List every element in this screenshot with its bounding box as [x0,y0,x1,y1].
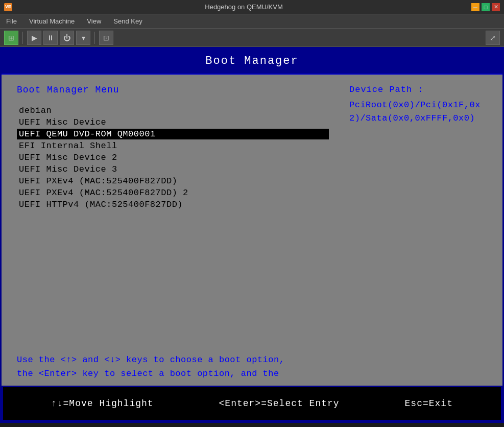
menu-send-key[interactable]: Send Key [111,16,144,26]
display-button[interactable]: ⊞ [4,31,18,45]
title-bar: vm Hedgehog on QEMU/KVM ─ □ ✕ [0,0,504,14]
window-controls: ─ □ ✕ [471,3,500,11]
boot-menu: debian UEFI Misc Device UEFI QEMU DVD-RO… [17,105,329,210]
boot-item-httpv4[interactable]: UEFI HTTPv4 (MAC:525400F827DD) [17,199,329,210]
app-icon: vm [4,3,12,11]
start-button[interactable]: ▶ [27,31,41,45]
uefi-left-panel: Boot Manager Menu debian UEFI Misc Devic… [17,85,329,338]
device-path-value: PciRoot(0x0)/Pci(0x1F,0x2)/Sata(0x0,0xFF… [349,99,487,125]
boot-item-pxev4-1[interactable]: UEFI PXEv4 (MAC:525400F827DD) [17,176,329,186]
boot-item-dvd-rom[interactable]: UEFI QEMU DVD-ROM QM00001 [17,129,329,139]
uefi-footer: ↑↓=Move Highlight <Enter>=Select Entry E… [2,386,502,421]
boot-item-debian[interactable]: debian [17,105,329,116]
uefi-right-panel: Device Path : PciRoot(0x0)/Pci(0x1F,0x2)… [339,85,487,338]
footer-select: <Enter>=Select Entry [219,398,340,409]
uefi-screen: Boot Manager Boot Manager Menu debian UE… [2,49,502,421]
boot-item-efi-shell[interactable]: EFI Internal Shell [17,140,329,151]
maximize-button[interactable]: □ [482,3,490,11]
boot-manager-menu-title: Boot Manager Menu [17,85,329,95]
footer-exit: Esc=Exit [405,398,453,409]
uefi-main: Boot Manager Menu debian UEFI Misc Devic… [2,75,502,348]
vm-display[interactable]: Boot Manager Boot Manager Menu debian UE… [0,47,504,423]
footer-move: ↑↓=Move Highlight [51,398,154,409]
power-dropdown-button[interactable]: ▾ [76,31,90,45]
help-line-1: Use the <↑> and <↓> keys to choose a boo… [17,353,487,367]
close-button[interactable]: ✕ [492,3,500,11]
uefi-header: Boot Manager [2,49,502,75]
pause-button[interactable]: ⏸ [43,31,58,45]
resize-button[interactable]: ⤢ [486,31,500,45]
screenshot-button[interactable]: ⊡ [99,31,113,45]
menu-bar: File Virtual Machine View Send Key [0,14,504,29]
menu-view[interactable]: View [85,16,103,26]
uefi-title: Boot Manager [205,55,298,67]
minimize-button[interactable]: ─ [471,3,479,11]
window-title: Hedgehog on QEMU/KVM [16,3,471,11]
boot-item-misc-device-2[interactable]: UEFI Misc Device 2 [17,152,329,163]
boot-item-pxev4-2[interactable]: UEFI PXEv4 (MAC:525400F827DD) 2 [17,187,329,198]
power-button[interactable]: ⏻ [60,31,74,45]
boot-item-misc-device[interactable]: UEFI Misc Device [17,117,329,128]
toolbar-separator-2 [94,32,95,44]
uefi-help: Use the <↑> and <↓> keys to choose a boo… [2,348,502,386]
menu-file[interactable]: File [4,16,19,26]
toolbar-right: ⤢ [486,31,500,45]
menu-virtual-machine[interactable]: Virtual Machine [27,16,77,26]
toolbar-separator [22,32,23,44]
help-line-2: the <Enter> key to select a boot option,… [17,367,487,381]
boot-item-misc-device-3[interactable]: UEFI Misc Device 3 [17,164,329,175]
toolbar: ⊞ ▶ ⏸ ⏻ ▾ ⊡ ⤢ [0,29,504,47]
device-path-label: Device Path : [349,85,487,94]
